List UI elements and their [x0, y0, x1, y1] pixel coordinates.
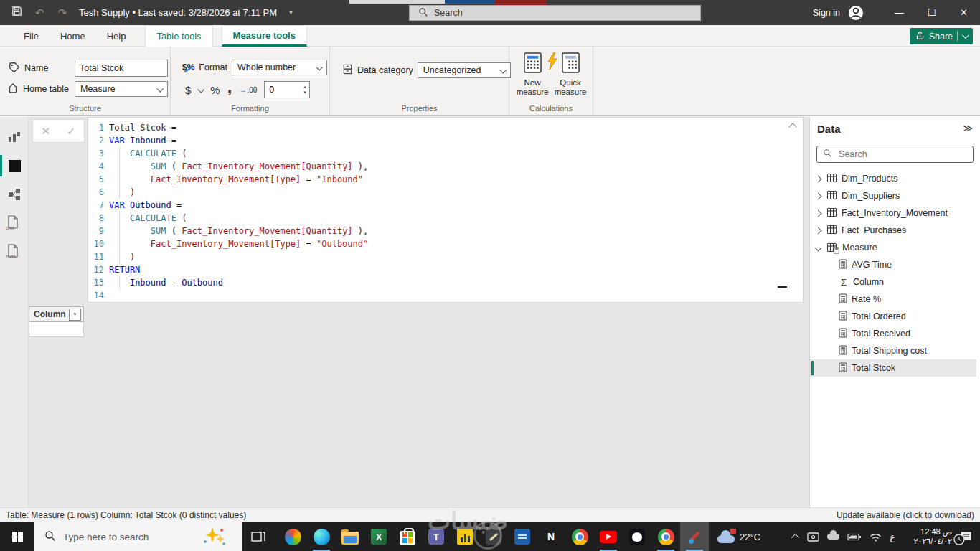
- field-item-rate-%[interactable]: Rate %: [810, 291, 976, 308]
- taskbar-teams[interactable]: T: [422, 522, 451, 551]
- sign-in-link[interactable]: Sign in: [813, 8, 840, 18]
- table-item-fact-inventory-movement[interactable]: Fact_Inventory_Movement: [810, 204, 976, 222]
- column-filter-button[interactable]: ▼: [69, 309, 81, 321]
- hidden-icons-chevron[interactable]: [793, 534, 799, 540]
- chevron-right-icon[interactable]: [815, 209, 822, 217]
- action-center-button[interactable]: [960, 531, 973, 543]
- tab-measure-tools[interactable]: Measure tools: [222, 25, 307, 47]
- field-item-total-shipping-cost[interactable]: Total Shipping cost: [810, 342, 976, 359]
- taskbar-weather[interactable]: 22°C: [709, 522, 769, 551]
- taskbar-chrome[interactable]: [565, 522, 594, 551]
- code-line[interactable]: 10 Fact_Inventory_Movement[Type] = "Outb…: [88, 237, 803, 250]
- code-line[interactable]: 6 ): [88, 186, 803, 199]
- grid-column-header[interactable]: Column ▼: [29, 306, 84, 322]
- code-line[interactable]: 9 SUM ( Fact_Inventory_Movement[Quantity…: [88, 225, 803, 237]
- table-item-measure[interactable]: Measure: [810, 239, 976, 256]
- spinner-up-icon[interactable]: ▲: [303, 85, 307, 89]
- decimal-places-spinner[interactable]: ▲ ▼: [264, 81, 310, 98]
- undo-icon[interactable]: ↶: [33, 0, 46, 25]
- chevron-down-icon[interactable]: [815, 244, 822, 251]
- taskbar-search-box[interactable]: Type here to search: [34, 522, 242, 551]
- title-caret-icon[interactable]: ▼: [288, 10, 293, 15]
- new-measure-button[interactable]: New measure: [514, 52, 551, 97]
- tab-table-tools[interactable]: Table tools: [145, 25, 212, 47]
- code-line[interactable]: 12RETURN: [88, 263, 803, 276]
- percent-format-button[interactable]: %: [210, 84, 220, 96]
- taskbar-notepad-n[interactable]: N: [537, 522, 565, 551]
- taskbar-dark-editor-app[interactable]: [479, 522, 508, 551]
- fields-search-input[interactable]: [837, 149, 973, 160]
- chevron-right-icon[interactable]: [815, 192, 822, 199]
- redo-icon[interactable]: ↷: [56, 0, 69, 25]
- taskbar-power-bi[interactable]: [451, 522, 479, 551]
- maximize-button[interactable]: ☐: [915, 0, 948, 25]
- taskbar-youtube[interactable]: [594, 522, 623, 551]
- thousands-separator-button[interactable]: ,: [227, 83, 232, 90]
- grid-empty-cell[interactable]: [29, 322, 84, 337]
- chevron-right-icon[interactable]: [815, 227, 822, 234]
- taskbar-file-explorer[interactable]: [336, 522, 364, 551]
- data-category-dropdown[interactable]: Uncategorized: [418, 62, 511, 78]
- tab-help[interactable]: Help: [96, 25, 137, 47]
- taskbar-copilot[interactable]: [278, 522, 307, 551]
- start-button[interactable]: [0, 522, 34, 551]
- tab-home[interactable]: Home: [50, 25, 96, 47]
- taskbar-clock[interactable]: 12:48 ص ٢٠٢٦/٠٤/٠٢: [903, 527, 952, 546]
- home-table-dropdown[interactable]: Measure: [75, 81, 168, 97]
- taskbar-screen-recorder[interactable]: [680, 522, 709, 551]
- tmdl-view-button[interactable]: TMDL: [0, 237, 29, 266]
- taskbar-blue-app[interactable]: [508, 522, 537, 551]
- code-line[interactable]: 4 SUM ( Fact_Inventory_Movement[Quantity…: [88, 160, 803, 173]
- currency-format-button[interactable]: $: [185, 84, 191, 96]
- code-line[interactable]: 8 CALCULATE (: [88, 212, 803, 225]
- code-line[interactable]: 7VAR Outbound =: [88, 199, 803, 212]
- wifi-icon[interactable]: [870, 532, 882, 542]
- taskbar-edge[interactable]: [307, 522, 336, 551]
- save-icon[interactable]: [10, 0, 23, 25]
- taskbar-excel[interactable]: X: [364, 522, 393, 551]
- field-item-total-ordered[interactable]: Total Ordered: [810, 308, 976, 325]
- code-line[interactable]: 2VAR Inbound =: [88, 134, 803, 147]
- onedrive-icon[interactable]: [827, 534, 839, 540]
- code-line[interactable]: 11 ): [88, 250, 803, 263]
- field-item-column[interactable]: ΣColumn: [810, 273, 976, 291]
- account-avatar[interactable]: [847, 4, 864, 22]
- task-view-button[interactable]: [242, 522, 274, 551]
- update-available-link[interactable]: Update available (click to download): [837, 508, 974, 522]
- measure-name-input[interactable]: [75, 60, 168, 77]
- global-search-box[interactable]: Search: [409, 5, 701, 21]
- taskbar-microsoft-store[interactable]: [393, 522, 422, 551]
- share-button[interactable]: Share: [910, 28, 973, 44]
- table-view-button[interactable]: [0, 151, 29, 180]
- dax-query-view-button[interactable]: DAX: [0, 209, 29, 237]
- cancel-formula-icon[interactable]: ✕: [41, 125, 50, 138]
- commit-formula-icon[interactable]: ✓: [67, 125, 76, 138]
- wireless-display-icon[interactable]: [807, 532, 819, 542]
- dax-formula-editor[interactable]: 1Total Stcok =2VAR Inbound =3 CALCULATE …: [88, 117, 804, 303]
- code-line[interactable]: 14: [88, 289, 803, 302]
- table-item-dim-suppliers[interactable]: Dim_Suppliers: [810, 187, 976, 204]
- code-line[interactable]: 1Total Stcok =: [88, 121, 803, 134]
- quick-measure-button[interactable]: Quick measure: [552, 52, 589, 97]
- model-view-button[interactable]: [0, 180, 29, 209]
- format-dropdown[interactable]: Whole number: [232, 60, 327, 75]
- battery-icon[interactable]: [847, 533, 862, 541]
- code-line[interactable]: 5 Fact_Inventory_Movement[Type] = "Inbou…: [88, 173, 803, 186]
- taskbar-chrome-2[interactable]: [651, 522, 680, 551]
- chevron-right-icon[interactable]: [815, 175, 822, 182]
- minimize-button[interactable]: —: [883, 0, 915, 25]
- code-line[interactable]: 3 CALCULATE (: [88, 147, 803, 160]
- code-line[interactable]: 13 Inbound - Outbound: [88, 276, 803, 289]
- report-view-button[interactable]: [0, 123, 29, 151]
- close-button[interactable]: ✕: [948, 0, 980, 25]
- collapse-editor-icon[interactable]: [790, 124, 797, 131]
- table-item-fact-purchases[interactable]: Fact_Purchases: [810, 222, 976, 239]
- field-item-total-stcok[interactable]: Total Stcok: [810, 359, 976, 377]
- fields-search-box[interactable]: [816, 146, 974, 163]
- taskbar-github[interactable]: [623, 522, 651, 551]
- collapse-pane-icon[interactable]: ≫: [963, 123, 973, 133]
- currency-dropdown-icon[interactable]: [198, 85, 205, 93]
- tab-file[interactable]: File: [13, 25, 50, 47]
- language-indicator[interactable]: ع: [890, 532, 895, 542]
- field-item-avg-time[interactable]: AVG Time: [810, 256, 976, 273]
